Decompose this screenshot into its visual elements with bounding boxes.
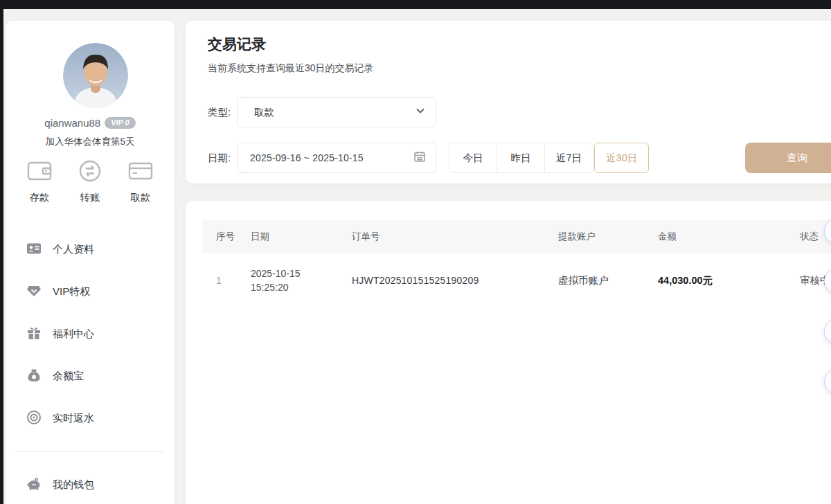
sidebar-menu: 个人资料 VIP特权 福利中心: [6, 228, 175, 440]
type-select[interactable]: 取款: [237, 97, 436, 127]
cell-date: 2025-10-15 15:25:20: [251, 267, 352, 295]
chevron-down-icon: [415, 105, 426, 119]
transfer-icon: [77, 159, 103, 186]
window-left-frame: [0, 0, 3, 504]
deposit-label: 存款: [30, 191, 50, 204]
calendar-icon: [413, 150, 426, 165]
quick-filter-today[interactable]: 今日: [449, 143, 497, 173]
username: qianwanu88: [44, 117, 100, 129]
table-row: 1 2025-10-15 15:25:20 HJWT20251015152519…: [202, 253, 831, 307]
window-top-frame: [0, 0, 831, 9]
wallet-icon: [26, 159, 53, 186]
piggy-bank-icon: [26, 476, 42, 494]
records-table-panel: 序号 日期 订单号 提款账户 金额 状态 1 2025-10-15 15:25:…: [186, 201, 831, 504]
profile-sidebar: qianwanu88VIP 0 加入华体会体育第5天 存款 转账: [6, 21, 175, 504]
sidebar-item-yuebao[interactable]: 余额宝: [6, 355, 175, 397]
search-button[interactable]: 查询: [745, 143, 831, 173]
sidebar-item-rebate[interactable]: 实时返水: [6, 397, 175, 440]
transfer-label: 转账: [80, 191, 100, 204]
type-select-value: 取款: [254, 106, 415, 119]
date-range-input[interactable]: 2025-09-16 ~ 2025-10-15: [237, 143, 436, 173]
gift-icon: [26, 325, 42, 343]
page-subtitle: 当前系统支持查询最近30日的交易记录: [208, 62, 374, 75]
col-header-date: 日期: [251, 231, 352, 243]
filter-panel: 交易记录 当前系统支持查询最近30日的交易记录 类型: 取款 日期: 2025-…: [186, 21, 831, 183]
sidebar-item-label: 福利中心: [53, 327, 94, 341]
date-range-value: 2025-09-16 ~ 2025-10-15: [250, 152, 413, 163]
join-days-text: 加入华体会体育第5天: [6, 136, 175, 148]
cell-order-number: HJWT202510151525190209: [352, 275, 558, 286]
wallet-actions: 存款 转账 取款: [6, 159, 175, 204]
cell-account: 虚拟币账户: [558, 274, 658, 287]
vip-badge: VIP 0: [105, 117, 136, 129]
gem-icon: [26, 283, 42, 301]
transfer-button[interactable]: 转账: [77, 159, 103, 204]
page-title: 交易记录: [208, 35, 266, 54]
col-header-order: 订单号: [352, 231, 558, 243]
sidebar-item-profile[interactable]: 个人资料: [6, 228, 175, 271]
quick-filter-7days[interactable]: 近7日: [544, 143, 593, 173]
deposit-button[interactable]: 存款: [26, 159, 53, 204]
avatar: [63, 43, 128, 108]
quick-filter-yesterday[interactable]: 昨日: [497, 143, 545, 173]
money-bag-icon: [26, 368, 42, 386]
type-field-label: 类型:: [208, 97, 231, 127]
bank-card-icon: [127, 159, 154, 186]
sidebar-item-label: 个人资料: [53, 243, 94, 256]
cell-amount: 44,030.00元: [658, 274, 800, 287]
date-quick-filters: 今日 昨日 近7日 近30日: [449, 143, 649, 173]
rebate-coin-icon: [26, 410, 42, 428]
date-field-label: 日期:: [208, 143, 231, 173]
withdraw-label: 取款: [131, 191, 151, 204]
sidebar-item-label: 我的钱包: [53, 478, 94, 492]
col-header-account: 提款账户: [558, 231, 658, 243]
withdraw-button[interactable]: 取款: [127, 159, 154, 204]
sidebar-item-my-wallet[interactable]: 我的钱包: [6, 464, 175, 504]
sidebar-menu-bottom: 我的钱包: [6, 464, 175, 504]
id-card-icon: [26, 241, 42, 259]
sidebar-item-label: 实时返水: [53, 412, 94, 425]
sidebar-item-benefits[interactable]: 福利中心: [6, 313, 175, 355]
table-header-row: 序号 日期 订单号 提款账户 金额 状态: [202, 220, 831, 253]
col-header-amount: 金额: [658, 231, 800, 243]
quick-filter-30days[interactable]: 近30日: [594, 143, 649, 173]
sidebar-divider: [15, 451, 165, 452]
col-header-index: 序号: [202, 231, 251, 243]
sidebar-item-label: 余额宝: [53, 370, 84, 383]
cell-index: 1: [202, 275, 251, 286]
sidebar-item-label: VIP特权: [53, 285, 90, 298]
sidebar-item-vip[interactable]: VIP特权: [6, 271, 175, 313]
